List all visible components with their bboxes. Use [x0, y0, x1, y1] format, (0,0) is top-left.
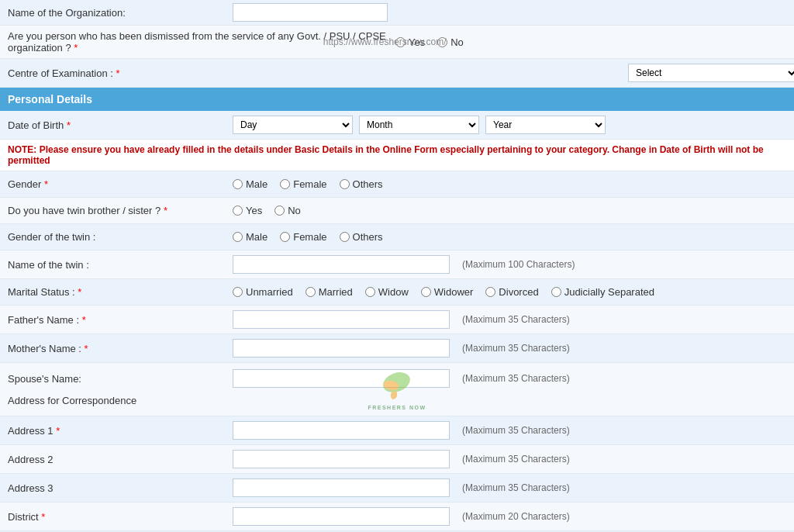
marital-divorced-label[interactable]: Divorced — [485, 286, 538, 298]
marital-widower-label[interactable]: Widower — [421, 286, 474, 298]
org-name-row: Name of the Organization: — [0, 0, 794, 26]
dob-year-select[interactable]: Year — [485, 116, 606, 134]
gender-male-radio[interactable] — [233, 179, 243, 189]
district-input-col: (Maximum 20 Characters) — [233, 507, 786, 526]
address-corr-row: Address for Correspondence — [8, 389, 786, 411]
marital-divorced-radio[interactable] — [485, 287, 495, 297]
marital-widower-radio[interactable] — [421, 287, 431, 297]
twin-label: Do you have twin brother / sister ? * — [8, 205, 233, 216]
twin-no-label[interactable]: No — [274, 205, 301, 216]
mother-name-input[interactable] — [233, 339, 450, 358]
mother-name-input-col: (Maximum 35 Characters) — [233, 339, 786, 358]
personal-details-header: Personal Details — [0, 88, 794, 111]
twin-gender-label: Gender of the twin : — [8, 231, 233, 243]
marital-radio-group: Unmarried Married Widow Widower Divorced… — [233, 286, 786, 298]
dismissed-radio-group: Yes No — [395, 36, 786, 48]
marital-judicially-radio[interactable] — [551, 287, 561, 297]
mother-name-hint: (Maximum 35 Characters) — [462, 343, 570, 354]
twin-row: Do you have twin brother / sister ? * Ye… — [0, 198, 794, 224]
twin-gender-radio-group: Male Female Others — [233, 231, 786, 243]
address1-row: Address 1 * (Maximum 35 Characters) — [0, 416, 794, 445]
marital-judicially-label[interactable]: Judicially Separated — [551, 286, 654, 298]
marital-row: Marital Status : * Unmarried Married Wid… — [0, 279, 794, 306]
gender-others-label[interactable]: Others — [340, 178, 383, 190]
dob-row: Date of Birth * Day Month Year — [0, 111, 794, 140]
gender-female-radio[interactable] — [280, 179, 290, 189]
mother-name-label: Mother's Name : * — [8, 343, 233, 354]
address2-label: Address 2 — [8, 454, 233, 465]
twin-name-input[interactable] — [233, 255, 450, 274]
twin-name-label: Name of the twin : — [8, 259, 233, 271]
address1-input[interactable] — [233, 421, 450, 440]
centre-required-marker: * — [116, 67, 119, 79]
twin-gender-female-label[interactable]: Female — [280, 231, 326, 243]
dob-day-select[interactable]: Day — [233, 116, 353, 134]
spouse-name-hint: (Maximum 35 Characters) — [462, 373, 570, 384]
twin-gender-female-radio[interactable] — [280, 232, 290, 242]
twin-name-input-col: (Maximum 100 Characters) — [233, 255, 786, 274]
address2-hint: (Maximum 35 Characters) — [462, 454, 570, 465]
centre-select[interactable]: Select — [628, 64, 794, 82]
org-name-input[interactable] — [233, 3, 388, 22]
marital-widow-label[interactable]: Widow — [365, 286, 409, 298]
twin-name-hint: (Maximum 100 Characters) — [462, 259, 575, 270]
address-corr-label: Address for Correspondence — [8, 395, 233, 406]
address3-row: Address 3 (Maximum 35 Characters) — [0, 474, 794, 503]
mother-name-row: Mother's Name : * (Maximum 35 Characters… — [0, 334, 794, 363]
father-name-hint: (Maximum 35 Characters) — [462, 314, 570, 325]
marital-widow-radio[interactable] — [365, 287, 375, 297]
spouse-name-row: Spouse's Name: (Maximum 35 Characters) — [8, 368, 786, 389]
gender-radio-group: Male Female Others — [233, 178, 786, 190]
address3-input[interactable] — [233, 478, 450, 497]
gender-others-radio[interactable] — [340, 179, 350, 189]
marital-label: Marital Status : * — [8, 286, 233, 298]
spouse-name-input-col: (Maximum 35 Characters) — [233, 369, 786, 388]
centre-label: Centre of Examination : * — [8, 67, 628, 79]
address3-hint: (Maximum 35 Characters) — [462, 482, 570, 493]
twin-gender-others-radio[interactable] — [340, 232, 350, 242]
dismissed-required-marker: * — [74, 42, 78, 54]
address1-hint: (Maximum 35 Characters) — [462, 425, 570, 436]
dob-note: NOTE: Please ensure you have already fil… — [0, 140, 794, 171]
father-name-input[interactable] — [233, 310, 450, 329]
address3-label: Address 3 — [8, 482, 233, 494]
twin-yes-label[interactable]: Yes — [233, 205, 262, 216]
district-row: District * (Maximum 20 Characters) — [0, 503, 794, 531]
address3-input-col: (Maximum 35 Characters) — [233, 478, 786, 497]
dismissed-row: Are you person who has been dismissed fr… — [0, 26, 794, 59]
twin-gender-male-label[interactable]: Male — [233, 231, 268, 243]
twin-no-radio[interactable] — [274, 206, 285, 216]
dob-label: Date of Birth * — [8, 119, 233, 131]
dob-month-select[interactable]: Month — [359, 116, 479, 134]
father-name-input-col: (Maximum 35 Characters) — [233, 310, 786, 329]
marital-married-radio[interactable] — [306, 287, 316, 297]
org-name-label: Name of the Organization: — [8, 7, 233, 19]
address1-label: Address 1 * — [8, 425, 233, 437]
twin-gender-row: Gender of the twin : Male Female Others — [0, 224, 794, 250]
spouse-name-label: Spouse's Name: — [8, 373, 233, 385]
district-hint: (Maximum 20 Characters) — [462, 511, 570, 522]
centre-row: Centre of Examination : * Select — [0, 59, 794, 88]
gender-female-label[interactable]: Female — [280, 178, 326, 190]
gender-row: Gender * Male Female Others — [0, 171, 794, 198]
spouse-name-input[interactable] — [233, 369, 450, 388]
dob-input-col: Day Month Year — [233, 116, 786, 134]
address2-input[interactable] — [233, 450, 450, 468]
address1-input-col: (Maximum 35 Characters) — [233, 421, 786, 440]
twin-name-row: Name of the twin : (Maximum 100 Characte… — [0, 250, 794, 279]
marital-married-label[interactable]: Married — [306, 286, 353, 298]
address2-input-col: (Maximum 35 Characters) — [233, 450, 786, 468]
father-name-label: Father's Name : * — [8, 314, 233, 326]
spouse-address-row: Spouse's Name: (Maximum 35 Characters) A… — [0, 363, 794, 416]
gender-male-label[interactable]: Male — [233, 178, 268, 190]
twin-yes-radio[interactable] — [233, 206, 243, 216]
father-name-row: Father's Name : * (Maximum 35 Characters… — [0, 306, 794, 334]
marital-unmarried-label[interactable]: Unmarried — [233, 286, 293, 298]
twin-gender-male-radio[interactable] — [233, 232, 243, 242]
marital-unmarried-radio[interactable] — [233, 287, 243, 297]
district-input[interactable] — [233, 507, 450, 526]
watermark-url: https://www.freshersnow.com/ — [323, 36, 447, 47]
twin-gender-others-label[interactable]: Others — [340, 231, 383, 243]
twin-radio-group: Yes No — [233, 205, 786, 216]
gender-label: Gender * — [8, 178, 233, 190]
